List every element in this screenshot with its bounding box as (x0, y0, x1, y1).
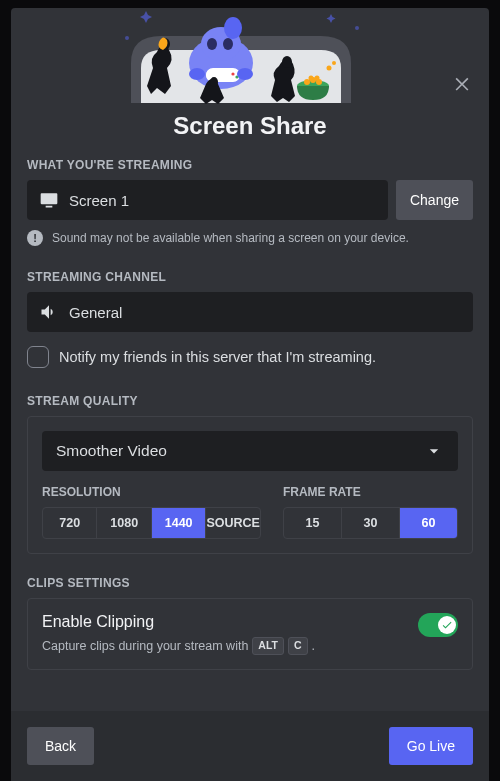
clips-toggle[interactable] (418, 613, 458, 637)
svg-point-0 (355, 26, 359, 30)
quality-preset-value: Smoother Video (56, 442, 167, 460)
framerate-segmented: 153060 (283, 507, 458, 539)
modal-footer: Back Go Live (11, 711, 489, 781)
svg-point-13 (237, 68, 253, 80)
resolution-option-1440[interactable]: 1440 (152, 508, 206, 538)
svg-point-18 (304, 79, 310, 85)
channel-section-label: STREAMING CHANNEL (27, 270, 473, 284)
chevron-down-icon (424, 441, 444, 461)
kbd-alt: ALT (252, 637, 284, 655)
toggle-knob (438, 616, 456, 634)
kbd-c: C (288, 637, 308, 655)
stream-source-name: Screen 1 (69, 192, 129, 209)
svg-point-1 (125, 36, 129, 40)
resolution-option-1080[interactable]: 1080 (97, 508, 151, 538)
streaming-section-label: WHAT YOU'RE STREAMING (27, 158, 473, 172)
monitor-icon (39, 190, 59, 210)
svg-point-23 (327, 66, 332, 71)
svg-point-24 (332, 61, 336, 65)
svg-point-22 (315, 76, 320, 81)
svg-point-16 (282, 56, 292, 68)
modal-title: Screen Share (27, 112, 473, 140)
resolution-option-720[interactable]: 720 (43, 508, 97, 538)
clips-section-label: CLIPS SETTINGS (27, 576, 473, 590)
notify-label: Notify my friends in this server that I'… (59, 349, 376, 365)
channel-select[interactable]: General (27, 292, 473, 332)
resolution-option-source[interactable]: SOURCE (206, 508, 259, 538)
framerate-option-60[interactable]: 60 (400, 508, 457, 538)
channel-name: General (69, 304, 122, 321)
svg-point-12 (189, 68, 205, 80)
svg-point-4 (224, 17, 242, 39)
back-button[interactable]: Back (27, 727, 94, 765)
info-icon: ! (27, 230, 43, 246)
quality-section-label: STREAM QUALITY (27, 394, 473, 408)
clips-title: Enable Clipping (42, 613, 458, 631)
screen-share-modal: Screen Share WHAT YOU'RE STREAMING Scree… (11, 8, 489, 781)
speaker-icon (39, 302, 59, 322)
close-icon (452, 73, 472, 93)
svg-point-15 (210, 77, 218, 87)
framerate-option-30[interactable]: 30 (342, 508, 400, 538)
framerate-option-15[interactable]: 15 (284, 508, 342, 538)
sound-warning-text: Sound may not be available when sharing … (52, 231, 409, 245)
svg-point-10 (231, 72, 234, 75)
stream-source-box: Screen 1 (27, 180, 388, 220)
sound-warning-row: ! Sound may not be available when sharin… (27, 230, 473, 246)
quality-card: Smoother Video RESOLUTION 72010801440SOU… (27, 416, 473, 554)
clips-description: Capture clips during your stream with AL… (42, 637, 458, 655)
framerate-label: FRAME RATE (283, 485, 458, 499)
close-button[interactable] (449, 70, 475, 96)
resolution-segmented: 72010801440SOURCE (42, 507, 261, 539)
quality-preset-select[interactable]: Smoother Video (42, 431, 458, 471)
svg-point-5 (207, 38, 217, 50)
clips-card: Enable Clipping Capture clips during you… (27, 598, 473, 670)
check-icon (441, 619, 453, 631)
hero-illustration (11, 8, 489, 104)
notify-checkbox[interactable] (27, 346, 49, 368)
go-live-button[interactable]: Go Live (389, 727, 473, 765)
resolution-label: RESOLUTION (42, 485, 261, 499)
change-button[interactable]: Change (396, 180, 473, 220)
svg-point-6 (223, 38, 233, 50)
svg-point-21 (309, 76, 314, 81)
